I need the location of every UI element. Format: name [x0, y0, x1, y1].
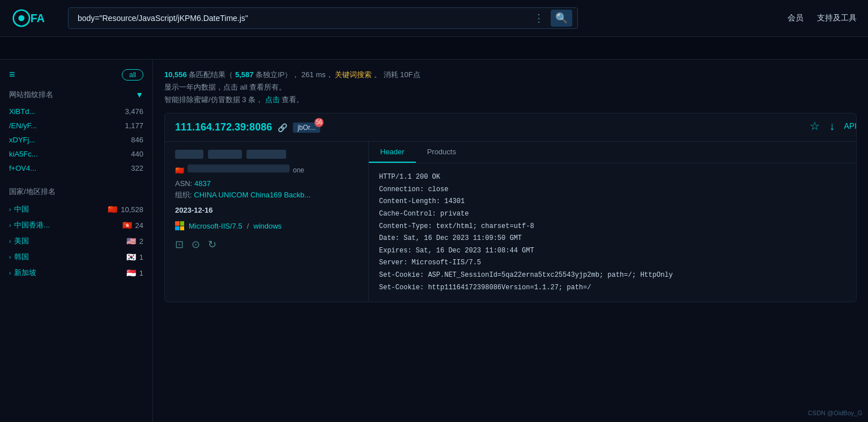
search-bar-container: ⋮ 🔍 — [68, 7, 578, 29]
list-item[interactable]: ›中国香港...🇭🇰24 — [9, 217, 143, 233]
result-date: 2023-12-16 — [175, 206, 358, 214]
result-right-panel: Header Products HTTP/1.1 200 OK Connecti… — [369, 142, 856, 302]
download-icon[interactable]: ↓ — [829, 120, 835, 133]
list-item[interactable]: /EN/yF...1,177 — [9, 119, 143, 133]
http-line-2: Connection: close — [379, 184, 846, 196]
arrow-icon: › — [9, 270, 11, 276]
blurred-country-text — [188, 164, 290, 172]
main-layout: ≡ all 网站指纹排名 ▼ XiBTd...3,476/EN/yF...1,1… — [0, 60, 868, 422]
total-count: 10,556 — [164, 70, 187, 79]
list-item[interactable]: ›中国🇨🇳10,528 — [9, 201, 143, 217]
search-actions: ⋮ 🔍 — [534, 10, 572, 27]
svg-text:FA: FA — [31, 12, 45, 24]
fofa-logo: FA — [11, 7, 57, 29]
country-row: 🇨🇳 one — [175, 164, 358, 176]
microsoft-icon — [175, 221, 184, 230]
api-label[interactable]: API — [844, 121, 857, 130]
blurred-info-row — [175, 150, 358, 159]
star-icon[interactable]: ☆ — [810, 119, 820, 133]
tag-badge[interactable]: jbOr... 56 — [293, 123, 320, 133]
list-item[interactable]: XiBTd...3,476 — [9, 104, 143, 119]
http-line-3: Content-Length: 14301 — [379, 196, 846, 208]
tools-link[interactable]: 支持及工具 — [817, 13, 857, 23]
fingerprint-section-title: 网站指纹排名 ▼ — [9, 90, 143, 100]
more-options-icon[interactable]: ⋮ — [534, 12, 544, 24]
result-card: 111.164.172.39:8086 🔗 jbOr... 56 — [164, 113, 857, 302]
unique-ip-count: 5,587 — [235, 70, 254, 79]
svg-point-1 — [18, 15, 24, 22]
country-list: ›中国🇨🇳10,528›中国香港...🇭🇰24›美国🇺🇸2›韩国🇰🇷1›新加坡🇸… — [9, 201, 143, 281]
tab-header[interactable]: Header — [369, 142, 416, 163]
http-line-5: Content-Type: text/html; charset=utf-8 — [379, 221, 846, 233]
funnel-icon[interactable]: ▼ — [135, 90, 143, 99]
asn-row: ASN: 4837 — [175, 179, 358, 188]
tech-row: Microsoft-IIS/7.5 / windows — [175, 221, 358, 230]
code-icon[interactable]: ⊡ — [175, 238, 184, 251]
result-left-panel: 🇨🇳 one ASN: 4837 组织: CHINA UNICOM China1… — [165, 142, 369, 302]
member-link[interactable]: 会员 — [788, 13, 803, 23]
keyword-search-link[interactable]: 关键词搜索 — [335, 70, 372, 79]
http-line-8: Server: Microsoft-IIS/7.5 — [379, 257, 846, 269]
list-item[interactable]: xDYFj...846 — [9, 133, 143, 147]
org-value[interactable]: CHINA UNICOM China169 Backb... — [194, 191, 310, 199]
search-input[interactable] — [68, 7, 578, 29]
sub-header — [0, 37, 868, 60]
result-card-header: 111.164.172.39:8086 🔗 jbOr... 56 — [165, 113, 856, 142]
result-actions: ☆ ↓ API — [810, 119, 857, 133]
country-section-title: 国家/地区排名 — [9, 187, 143, 197]
arrow-icon: › — [9, 254, 11, 260]
http-line-9: Set-Cookie: ASP.NET_SessionId=5qa22erna5… — [379, 269, 846, 282]
arrow-icon: › — [9, 238, 11, 244]
result-ip[interactable]: 111.164.172.39:8086 — [175, 121, 272, 133]
http-line-7: Expires: Sat, 16 Dec 2023 11:08:44 GMT — [379, 245, 846, 258]
header-nav: 会员 支持及工具 — [788, 13, 857, 23]
list-item[interactable]: kiA5Fc...440 — [9, 147, 143, 161]
china-flag-icon: 🇨🇳 — [175, 166, 184, 175]
honeypot-click-link[interactable]: 点击 — [265, 95, 280, 104]
all-badge[interactable]: all — [122, 69, 143, 81]
card-icons-row: ⊡ ⊙ ↻ — [175, 238, 358, 251]
org-row: 组织: CHINA UNICOM China169 Backb... — [175, 190, 358, 200]
results-summary: 10,556 条匹配结果（ 5,587 条独立IP）， 261 ms， 关键词搜… — [164, 69, 857, 106]
sidebar-top: ≡ all — [9, 69, 143, 81]
fingerprint-list: XiBTd...3,476/EN/yF...1,177xDYFj...846ki… — [9, 104, 143, 175]
header: FA ⋮ 🔍 会员 支持及工具 — [0, 0, 868, 37]
http-line-10: Set-Cookie: http11164172398086Version=1.… — [379, 282, 846, 294]
cube-icon[interactable]: ⊙ — [192, 238, 200, 251]
arrow-icon: › — [9, 206, 11, 213]
refresh-icon[interactable]: ↻ — [208, 238, 216, 251]
list-item[interactable]: ›韩国🇰🇷1 — [9, 249, 143, 265]
tech-name[interactable]: Microsoft-IIS/7.5 — [189, 222, 242, 230]
list-item[interactable]: ›美国🇺🇸2 — [9, 233, 143, 249]
http-line-4: Cache-Control: private — [379, 208, 846, 221]
watermark: CSDN @OidBoy_G — [808, 410, 862, 416]
arrow-icon: › — [9, 222, 11, 229]
list-item[interactable]: f+OV4...322 — [9, 161, 143, 175]
asn-value[interactable]: 4837 — [194, 179, 211, 188]
http-line-6: Date: Sat, 16 Dec 2023 11:09:50 GMT — [379, 233, 846, 245]
tab-products[interactable]: Products — [416, 142, 467, 163]
content-area: 10,556 条匹配结果（ 5,587 条独立IP）， 261 ms， 关键词搜… — [153, 60, 868, 422]
search-icon[interactable]: 🔍 — [551, 10, 572, 27]
sidebar: ≡ all 网站指纹排名 ▼ XiBTd...3,476/EN/yF...1,1… — [0, 60, 153, 422]
tech-os[interactable]: windows — [253, 222, 282, 230]
http-header-content: HTTP/1.1 200 OK Connection: close Conten… — [369, 163, 856, 302]
result-card-body: 🇨🇳 one ASN: 4837 组织: CHINA UNICOM China1… — [165, 142, 856, 302]
link-icon: 🔗 — [278, 123, 287, 132]
tag-count: 56 — [314, 118, 324, 127]
http-line-1: HTTP/1.1 200 OK — [379, 171, 846, 184]
filter-icon[interactable]: ≡ — [9, 69, 15, 81]
list-item[interactable]: ›新加坡🇸🇬1 — [9, 265, 143, 281]
tabs-row: Header Products — [369, 142, 856, 163]
